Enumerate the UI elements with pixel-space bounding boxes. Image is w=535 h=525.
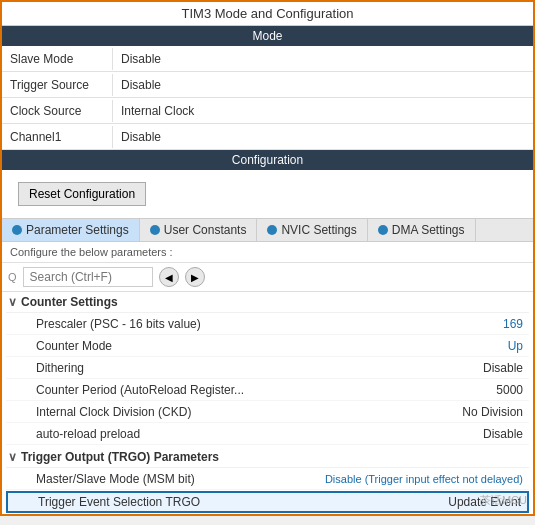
reset-btn-area: Reset Configuration — [2, 170, 533, 218]
title-text: TIM3 Mode and Configuration — [182, 6, 354, 21]
trigger-event-row[interactable]: Trigger Event Selection TRGO Update Even… — [6, 491, 529, 513]
reset-config-button[interactable]: Reset Configuration — [18, 182, 146, 206]
tab-dot-user — [150, 225, 160, 235]
slave-mode-label: Slave Mode — [2, 48, 112, 70]
search-input[interactable] — [23, 267, 153, 287]
config-header: Configuration — [2, 150, 533, 170]
tree-section: ∨ Counter Settings Prescaler (PSC - 16 b… — [2, 292, 533, 513]
slave-mode-row: Slave Mode Disable — [2, 46, 533, 72]
tab-dot-nvic — [267, 225, 277, 235]
list-item: Counter Period (AutoReload Register... 5… — [6, 379, 529, 401]
tab-dot-dma — [378, 225, 388, 235]
main-container: TIM3 Mode and Configuration Mode Slave M… — [0, 0, 535, 516]
tab-dma-settings[interactable]: DMA Settings — [368, 219, 476, 241]
config-section: Configuration Reset Configuration Parame… — [2, 150, 533, 513]
trigger-toggle-icon: ∨ — [8, 450, 17, 464]
list-item: Prescaler (PSC - 16 bits value) 169 — [6, 313, 529, 335]
slave-mode-value: Disable — [112, 48, 533, 70]
clock-source-row: Clock Source Internal Clock — [2, 98, 533, 124]
trigger-output-header[interactable]: ∨ Trigger Output (TRGO) Parameters — [6, 447, 529, 468]
list-item: Master/Slave Mode (MSM bit) Disable (Tri… — [6, 468, 529, 490]
trigger-source-label: Trigger Source — [2, 74, 112, 96]
clock-source-label: Clock Source — [2, 100, 112, 122]
list-item: Dithering Disable — [6, 357, 529, 379]
channel1-row: Channel1 Disable — [2, 124, 533, 150]
search-icon: Q — [8, 271, 17, 283]
mode-header: Mode — [2, 26, 533, 46]
nav-prev-button[interactable]: ◀ — [159, 267, 179, 287]
nav-next-button[interactable]: ▶ — [185, 267, 205, 287]
clock-source-value: Internal Clock — [112, 100, 533, 122]
tab-nvic-settings[interactable]: NVIC Settings — [257, 219, 367, 241]
params-section: Configure the below parameters : Q ◀ ▶ — [2, 242, 533, 513]
list-item: Counter Mode Up — [6, 335, 529, 357]
trigger-source-row: Trigger Source Disable — [2, 72, 533, 98]
tab-user-constants[interactable]: User Constants — [140, 219, 258, 241]
list-item: auto-reload preload Disable — [6, 423, 529, 445]
counter-settings-header[interactable]: ∨ Counter Settings — [6, 292, 529, 313]
tab-parameter-settings[interactable]: Parameter Settings — [2, 219, 140, 241]
window-title: TIM3 Mode and Configuration — [2, 2, 533, 26]
watermark: 茶话MCU — [480, 493, 527, 508]
tab-dot-param — [12, 225, 22, 235]
mode-section: Mode Slave Mode Disable Trigger Source D… — [2, 26, 533, 150]
list-item: Internal Clock Division (CKD) No Divisio… — [6, 401, 529, 423]
trigger-source-value: Disable — [112, 74, 533, 96]
params-hint: Configure the below parameters : — [2, 242, 533, 263]
counter-toggle-icon: ∨ — [8, 295, 17, 309]
search-bar: Q ◀ ▶ — [2, 263, 533, 292]
channel1-value: Disable — [112, 126, 533, 148]
channel1-label: Channel1 — [2, 126, 112, 148]
tab-bar: Parameter Settings User Constants NVIC S… — [2, 218, 533, 242]
